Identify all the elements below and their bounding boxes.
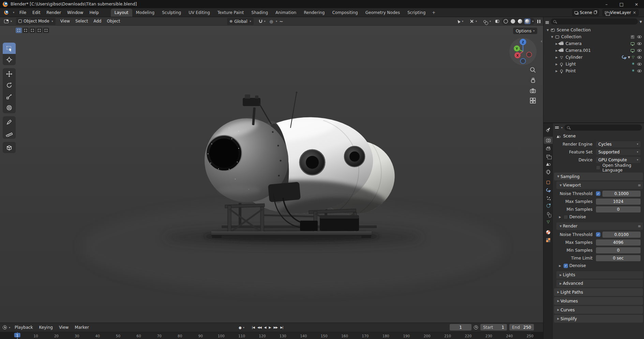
panel-sampling[interactable]: ▼ Sampling bbox=[554, 173, 643, 180]
properties-search-input[interactable] bbox=[564, 124, 642, 131]
tab-modifiers[interactable] bbox=[544, 187, 553, 194]
viewport-denoise-panel[interactable]: ▶ Denoise bbox=[553, 213, 644, 221]
checkbox-icon[interactable] bbox=[631, 35, 634, 39]
render-max-samples-field[interactable]: 4096 bbox=[596, 239, 641, 246]
subpanel-viewport[interactable]: ▼ Viewport ≡ bbox=[556, 181, 643, 189]
timeline-menu-item[interactable]: Playback bbox=[12, 324, 36, 331]
viewport-denoise-checkbox[interactable] bbox=[564, 215, 568, 219]
select-mode-extend-button[interactable] bbox=[23, 28, 29, 33]
snap-toggle[interactable]: ▾ bbox=[257, 18, 268, 25]
selectability-dropdown[interactable]: ▾ bbox=[455, 18, 465, 25]
close-button[interactable]: × bbox=[629, 0, 644, 8]
move-tool[interactable] bbox=[3, 68, 16, 79]
select-mode-new-button[interactable] bbox=[16, 28, 22, 33]
tab-view-layer[interactable] bbox=[544, 152, 553, 160]
properties-panel[interactable]: ▶ Curves bbox=[554, 306, 643, 314]
tab-texture[interactable] bbox=[544, 236, 553, 244]
transport-button[interactable]: ◀◀ bbox=[256, 324, 263, 331]
render-noise-threshold-field[interactable]: 0.0100 bbox=[602, 232, 641, 238]
menu-item[interactable]: Window bbox=[64, 9, 86, 16]
render-min-samples-field[interactable]: 0 bbox=[596, 247, 641, 253]
rotate-tool[interactable] bbox=[3, 79, 16, 91]
wrench-icon[interactable] bbox=[622, 55, 626, 59]
gizmo-x-label[interactable]: X bbox=[516, 54, 519, 57]
transport-button[interactable]: ▶| bbox=[279, 324, 284, 331]
viewport-menu-item[interactable]: Select bbox=[73, 18, 91, 25]
render-denoise-panel[interactable]: ▶ ✓ Denoise bbox=[553, 262, 644, 269]
workspace-tab[interactable]: Compositing bbox=[328, 9, 361, 17]
visibility-toggle[interactable] bbox=[636, 42, 642, 45]
xray-toggle-icon[interactable] bbox=[495, 20, 499, 23]
viewport-menu-item[interactable]: Add bbox=[91, 18, 104, 25]
properties-panel[interactable]: ▶ Light Paths bbox=[554, 288, 643, 296]
tab-particles[interactable] bbox=[544, 194, 553, 202]
outliner-row[interactable]: ▶ Camera.001 bbox=[543, 47, 644, 54]
mesh-data-icon[interactable] bbox=[632, 56, 634, 59]
viewport-noise-threshold-field[interactable]: 0.1000 bbox=[602, 191, 641, 197]
filter-rows-icon[interactable] bbox=[545, 21, 549, 22]
transport-button[interactable]: ▶ bbox=[267, 324, 272, 331]
add-workspace-button[interactable]: + bbox=[429, 10, 438, 15]
workspace-tab[interactable]: UV Editing bbox=[185, 9, 214, 17]
subpanel-render[interactable]: ▼ Render ≡ bbox=[556, 222, 643, 230]
viewport-menu-item[interactable]: Object bbox=[104, 18, 123, 25]
start-frame-field[interactable]: Start 1 bbox=[480, 324, 507, 330]
viewport-max-samples-field[interactable]: 1024 bbox=[596, 198, 641, 205]
visibility-toggle[interactable] bbox=[636, 56, 642, 59]
proportional-editing-toggle[interactable]: ◎ bbox=[270, 19, 273, 24]
gizmo-y-label[interactable]: Y bbox=[515, 47, 518, 50]
visibility-toggle[interactable] bbox=[636, 70, 642, 72]
shading-material-button[interactable] bbox=[517, 18, 523, 24]
gizmo-z-label[interactable]: Z bbox=[522, 41, 524, 44]
workspace-tab[interactable]: Animation bbox=[272, 9, 300, 17]
workspace-tab[interactable]: Modeling bbox=[132, 9, 159, 17]
mode-dropdown[interactable]: Object Mode ▾ bbox=[16, 18, 56, 25]
end-frame-field[interactable]: End 250 bbox=[509, 324, 534, 330]
visibility-toggle[interactable] bbox=[636, 49, 642, 52]
menu-item[interactable]: Render bbox=[43, 9, 64, 16]
render-engine-dropdown[interactable]: Cycles ▾ bbox=[596, 141, 641, 147]
new-scene-icon[interactable] bbox=[594, 11, 597, 14]
menu-item[interactable]: Edit bbox=[29, 9, 43, 16]
panel-menu-icon[interactable]: ≡ bbox=[638, 183, 641, 188]
menu-item[interactable]: File bbox=[16, 9, 29, 16]
cursor-tool[interactable] bbox=[3, 54, 16, 65]
tab-scene[interactable] bbox=[544, 160, 553, 167]
tab-render[interactable] bbox=[544, 137, 553, 144]
transport-button[interactable]: ▶▶ bbox=[272, 324, 279, 331]
outliner-row[interactable]: ▼ Scene Collection bbox=[543, 27, 644, 33]
light-data-icon[interactable] bbox=[632, 70, 635, 72]
disclosure-icon[interactable]: ▶ bbox=[554, 56, 559, 59]
workspace-tab[interactable]: Shading bbox=[248, 9, 272, 17]
pan-button[interactable] bbox=[529, 76, 537, 84]
select-mode-subtract-button[interactable] bbox=[29, 28, 35, 33]
disclosure-icon[interactable]: ▶ bbox=[554, 63, 559, 66]
outliner-row[interactable]: ▼ Collection bbox=[543, 33, 644, 40]
workspace-tab[interactable]: Layout bbox=[111, 9, 132, 17]
navigation-gizmo[interactable]: Z Y X bbox=[509, 37, 537, 67]
noise-threshold-checkbox[interactable]: ✓ bbox=[596, 232, 600, 237]
properties-editor-icon[interactable] bbox=[555, 127, 559, 127]
workspace-tab[interactable]: Scripting bbox=[404, 9, 429, 17]
falloff-icon[interactable]: ~ bbox=[279, 19, 283, 24]
timeline-ruler[interactable]: 1020304050607080901001101201301401501601… bbox=[0, 332, 543, 339]
overlays-dropdown[interactable]: ▾ bbox=[481, 18, 493, 25]
sidebar-collapse-icon[interactable]: ‹ bbox=[541, 39, 542, 44]
camera-view-button[interactable] bbox=[529, 86, 537, 94]
outliner-search-input[interactable] bbox=[551, 18, 638, 25]
zoom-button[interactable] bbox=[529, 66, 537, 74]
editor-type-button[interactable]: ▾ bbox=[2, 18, 14, 25]
disclosure-icon[interactable]: ▶ bbox=[554, 70, 559, 73]
viewport-menu-item[interactable]: View bbox=[58, 18, 73, 25]
workspace-tab[interactable]: Texture Paint bbox=[214, 9, 248, 17]
maximize-button[interactable]: □ bbox=[614, 0, 629, 8]
visibility-toggle[interactable] bbox=[636, 63, 642, 65]
render-denoise-checkbox[interactable]: ✓ bbox=[564, 264, 568, 268]
disclosure-icon[interactable]: ▼ bbox=[550, 35, 554, 39]
pause-icon[interactable] bbox=[537, 20, 540, 23]
device-dropdown[interactable]: GPU Compute ▾ bbox=[596, 157, 641, 163]
visibility-toggle[interactable] bbox=[636, 35, 642, 38]
orthographic-toggle-button[interactable] bbox=[529, 97, 537, 105]
minimize-button[interactable]: – bbox=[599, 0, 614, 8]
workspace-tab[interactable]: Sculpting bbox=[158, 9, 185, 17]
